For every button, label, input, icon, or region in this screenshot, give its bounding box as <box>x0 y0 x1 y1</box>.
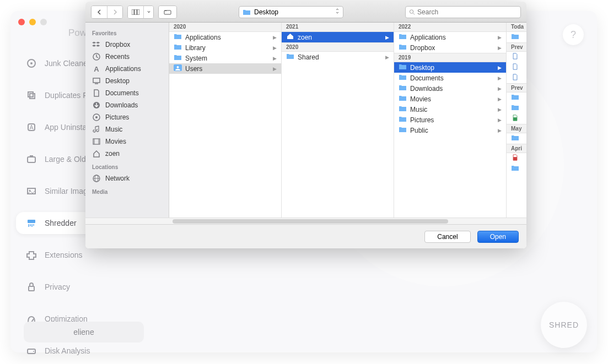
view-buttons <box>127 6 154 19</box>
column-item[interactable] <box>507 93 526 103</box>
column-item[interactable]: Documents▶ <box>394 73 506 83</box>
path-selector[interactable]: Desktop <box>239 6 343 18</box>
column-item[interactable]: Movies▶ <box>394 94 506 104</box>
search-input[interactable] <box>417 8 517 16</box>
folder-icon <box>399 116 407 124</box>
fs-item-music[interactable]: Music <box>85 123 169 135</box>
column-item[interactable] <box>507 103 526 113</box>
folder-group-icon <box>164 9 171 15</box>
chevron-right-icon: ▶ <box>273 56 277 61</box>
fs-item-label: Network <box>105 175 130 182</box>
column-item[interactable]: Public▶ <box>394 125 506 135</box>
window-controls <box>18 19 47 25</box>
svg-point-31 <box>95 116 98 118</box>
fs-item-desktop[interactable]: Desktop <box>85 75 169 87</box>
fs-item-documents[interactable]: Documents <box>85 87 169 99</box>
column-item[interactable]: System▶ <box>169 53 281 63</box>
column-item[interactable]: Downloads▶ <box>394 83 506 94</box>
item-label: Shared <box>298 53 319 61</box>
fs-item-label: Applications <box>105 65 141 73</box>
svg-rect-20 <box>134 9 137 15</box>
svg-rect-22 <box>164 10 171 14</box>
svg-rect-27 <box>93 78 100 83</box>
nav-back-button[interactable] <box>92 6 107 18</box>
sidebar-item-privacy[interactable]: Privacy <box>16 276 138 298</box>
column-subheader: Prev <box>507 83 526 93</box>
column-item[interactable]: Applications▶ <box>394 32 506 42</box>
search-field[interactable] <box>405 6 521 18</box>
folder-icon <box>511 53 519 61</box>
column-item[interactable]: Dropbox▶ <box>394 42 506 53</box>
shred-button[interactable]: SHRED <box>541 302 587 348</box>
help-button[interactable]: ? <box>563 24 584 45</box>
column-item[interactable]: Library▶ <box>169 42 281 53</box>
fs-item-label: Pictures <box>105 113 129 121</box>
column-item[interactable] <box>507 113 526 124</box>
column-subheader: 2020 <box>282 42 394 52</box>
cancel-button[interactable]: Cancel <box>424 231 470 243</box>
view-options-button[interactable] <box>143 6 153 18</box>
folder-icon <box>399 74 407 82</box>
column-item[interactable] <box>507 32 526 42</box>
item-label: Library <box>185 44 206 52</box>
column-item[interactable]: Music▶ <box>394 104 506 115</box>
sidebar-item-label: Extensions <box>45 251 82 259</box>
fs-item-dropbox[interactable]: Dropbox <box>85 39 169 51</box>
item-label: Applications <box>185 34 221 41</box>
column-item[interactable]: Pictures▶ <box>394 115 506 125</box>
column-item[interactable]: Users▶ <box>169 63 281 74</box>
dialog-footer: Cancel Open <box>85 224 526 248</box>
fs-item-pictures[interactable]: Pictures <box>85 111 169 123</box>
fs-item-label: Music <box>105 126 122 133</box>
user-pill[interactable]: eliene <box>24 322 144 343</box>
folder-icon <box>399 63 407 72</box>
folder-icon <box>511 104 519 112</box>
chevron-right-icon: ▶ <box>498 117 502 123</box>
column-item[interactable] <box>507 153 526 164</box>
column-1: 2021zoen▶2020Shared▶ <box>282 23 394 218</box>
column-item[interactable]: Desktop▶ <box>394 62 506 73</box>
disk-icon <box>26 345 37 356</box>
scrollbar-thumb[interactable] <box>173 219 448 224</box>
uninstall-icon: A <box>26 122 37 133</box>
column-item[interactable] <box>507 52 526 62</box>
zoom-window-button[interactable] <box>40 19 47 25</box>
folder-icon <box>399 105 407 113</box>
open-button[interactable]: Open <box>477 231 519 243</box>
column-item[interactable]: zoen▶ <box>282 32 394 42</box>
chevron-right-icon: ▶ <box>273 66 277 72</box>
svg-rect-7 <box>30 155 33 157</box>
item-label: Dropbox <box>410 44 435 52</box>
item-label: Public <box>410 127 428 134</box>
column-item[interactable] <box>507 164 526 174</box>
shred-label: SHRED <box>549 320 579 329</box>
horizontal-scrollbar[interactable] <box>85 218 526 224</box>
select-arrows-icon <box>335 8 340 16</box>
desktop-icon <box>92 77 101 85</box>
fs-item-downloads[interactable]: Downloads <box>85 99 169 111</box>
view-columns-button[interactable] <box>128 6 143 18</box>
close-window-button[interactable] <box>18 19 25 25</box>
fs-item-applications[interactable]: AApplications <box>85 63 169 75</box>
column-item[interactable]: Shared▶ <box>282 52 394 62</box>
fs-item-movies[interactable]: Movies <box>85 135 169 148</box>
dropbox-icon <box>92 40 101 49</box>
sidebar-item-disk[interactable]: Disk Analysis <box>16 340 138 362</box>
folder-icon <box>399 33 407 41</box>
fs-item-label: Movies <box>105 138 126 145</box>
nav-forward-button[interactable] <box>107 6 122 18</box>
column-item[interactable] <box>507 62 526 73</box>
column-2: 2022Applications▶Dropbox▶2019Desktop▶Doc… <box>394 23 507 218</box>
pictures-icon <box>92 113 101 122</box>
similar-icon <box>26 186 37 197</box>
folder-icon <box>511 154 519 162</box>
svg-line-24 <box>413 13 415 14</box>
minimize-window-button[interactable] <box>29 19 36 25</box>
fs-item-recents[interactable]: Recents <box>85 51 169 63</box>
column-item[interactable] <box>507 133 526 144</box>
column-item[interactable]: Applications▶ <box>169 32 281 42</box>
fs-item-network[interactable]: Network <box>85 172 169 184</box>
column-item[interactable] <box>507 73 526 83</box>
group-button[interactable] <box>159 6 176 18</box>
fs-item-zoen[interactable]: zoen <box>85 148 169 160</box>
